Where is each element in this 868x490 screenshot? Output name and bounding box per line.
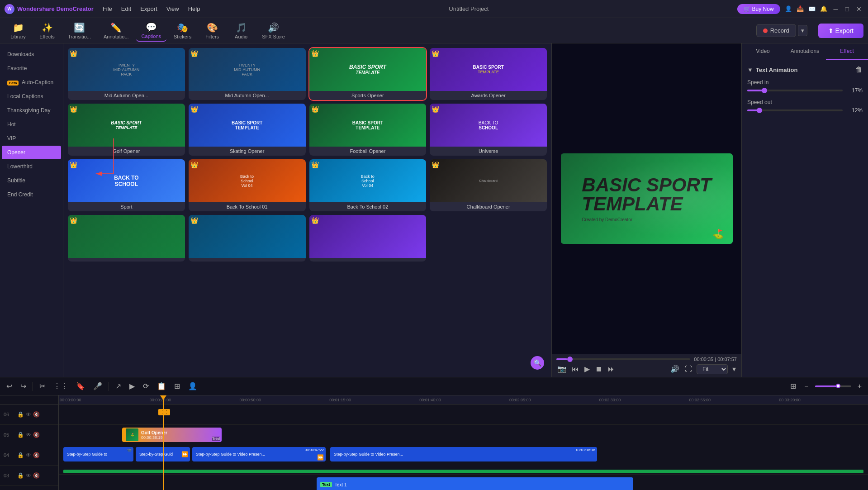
audio-button-03[interactable]: 🔇 [33, 472, 40, 479]
template-more2[interactable]: 👑 [189, 215, 306, 262]
menu-edit[interactable]: Edit [121, 5, 131, 12]
audio-button-06[interactable]: 🔇 [33, 411, 40, 418]
mail-icon[interactable]: ✉️ [808, 5, 816, 12]
category-vip[interactable]: VIP [2, 132, 61, 145]
category-opener[interactable]: Opener [2, 146, 61, 159]
loop-button[interactable]: ⟳ [141, 381, 151, 391]
menu-export[interactable]: Export [140, 5, 157, 12]
template-more3[interactable]: 👑 [309, 215, 427, 262]
record-dropdown-button[interactable]: ▾ [798, 25, 807, 36]
split-button[interactable]: ⋮⋮ [52, 381, 70, 391]
template-back2[interactable]: 👑 Back toSchoolVol 04 Back To School 02 [309, 159, 427, 211]
category-auto-caption[interactable]: Beta Auto-Caption [2, 76, 61, 89]
user-button[interactable]: 👤 [186, 381, 199, 391]
template-universe[interactable]: 👑 BACK TOSCHOOL Universe [430, 104, 547, 156]
maximize-button[interactable]: □ [844, 5, 851, 13]
toolbar-effects[interactable]: ✨ Effects [33, 20, 61, 41]
toolbar-stickers[interactable]: 🎭 Stickers [168, 20, 197, 41]
pointer-button[interactable]: ↗ [114, 381, 123, 391]
lock-button-03[interactable]: 🔒 [17, 472, 24, 479]
eye-button-04[interactable]: 👁 [26, 452, 31, 458]
fullscreen-button[interactable]: ⛶ [684, 364, 693, 374]
redo-button[interactable]: ↪ [19, 381, 28, 391]
collapse-arrow[interactable]: ▼ [747, 67, 753, 73]
template-mid-autumn-1[interactable]: 👑 TWENTYMID-AUTUMNPACK Mid Autumn Open..… [68, 48, 185, 100]
bookmark-button[interactable]: 🔖 [74, 381, 87, 391]
speed-in-slider[interactable] [747, 90, 843, 91]
play-range-button[interactable]: ▶ [128, 381, 137, 391]
clip-video-2[interactable]: Step-by-Step Guid ⏩ [136, 447, 190, 461]
screenshot-button[interactable]: 📷 [556, 364, 567, 374]
zoom-out-button[interactable]: − [802, 381, 810, 391]
clip-button[interactable]: 📋 [155, 381, 168, 391]
delete-button[interactable]: 🗑 [855, 66, 863, 74]
template-sports[interactable]: 👑 BASIC SPORT TEMPLATE Sports Opener [309, 48, 427, 100]
search-button[interactable]: 🔍 [531, 356, 544, 370]
category-subtitle[interactable]: Subtitle [2, 174, 61, 187]
template-sport[interactable]: 👑 BACK TOSCHOOL Sport [68, 159, 185, 211]
template-golf[interactable]: 👑 BASIC SPORT TEMPLATE Golf Opener [68, 104, 185, 156]
category-end-credit[interactable]: End Credit [2, 188, 61, 201]
toolbar-annotations[interactable]: ✏️ Annotatio... [98, 20, 134, 41]
record-button[interactable]: Record [756, 24, 796, 37]
skip-back-button[interactable]: ⏮ [571, 364, 580, 374]
clip-video-1[interactable]: Step-by-Step Guide to 📹 [63, 447, 133, 461]
microphone-button[interactable]: 🎤 [91, 381, 104, 391]
clip-video-3[interactable]: Step-by-Step Guide to Video Presen... 00… [192, 447, 326, 461]
buy-now-button[interactable]: 🛒 Buy Now [737, 4, 780, 14]
user-icon[interactable]: 👤 [785, 5, 792, 12]
cut-button[interactable]: ✂ [38, 381, 47, 391]
stop-button[interactable]: ⏹ [594, 364, 603, 374]
eye-button-05[interactable]: 👁 [26, 432, 31, 438]
template-more1[interactable]: 👑 [68, 215, 185, 262]
category-local-captions[interactable]: Local Captions [2, 90, 61, 103]
zoom-slider[interactable] [815, 385, 851, 387]
template-football[interactable]: 👑 BASIC SPORTTEMPLATE Football Opener [309, 104, 427, 156]
toolbar-captions[interactable]: 💬 Captions [136, 20, 166, 42]
toolbar-library[interactable]: 📁 Library [5, 20, 32, 41]
clip-video-4[interactable]: Step-by-Step Guide to Video Presen... 01… [330, 447, 597, 461]
fit-dropdown[interactable]: Fit 100% 75% 50% [697, 364, 728, 374]
audio-button-04[interactable]: 🔇 [33, 452, 40, 458]
lock-button-05[interactable]: 🔒 [17, 432, 24, 438]
audio-button-05[interactable]: 🔇 [33, 432, 40, 438]
menu-file[interactable]: File [103, 5, 112, 12]
template-skating[interactable]: 👑 BASIC SPORTTEMPLATE Skating Opener [189, 104, 306, 156]
notification-icon[interactable]: 🔔 [820, 5, 827, 12]
template-back1[interactable]: 👑 Back toSchoolVol 04 Back To School 01 [189, 159, 306, 211]
tab-effect[interactable]: Effect [826, 43, 868, 60]
category-hot[interactable]: Hot [2, 118, 61, 131]
toolbar-audio[interactable]: 🎵 Audio [228, 20, 255, 41]
toolbar-sfx[interactable]: 🔊 SFX Store [256, 20, 290, 41]
menu-view[interactable]: View [166, 5, 179, 12]
category-thanksgiving[interactable]: Thanksgiving Day [2, 104, 61, 117]
template-chalkboard[interactable]: 👑 Chalkboard Chalkboard Opener [430, 159, 547, 211]
lock-button-04[interactable]: 🔒 [17, 452, 24, 458]
close-button[interactable]: ✕ [854, 5, 863, 13]
lock-button-06[interactable]: 🔒 [17, 411, 24, 418]
progress-bar[interactable] [556, 358, 690, 360]
category-lowerthird[interactable]: Lowerthird [2, 160, 61, 173]
minimize-button[interactable]: ─ [832, 5, 840, 13]
toolbar-filters[interactable]: 🎨 Filters [199, 20, 226, 41]
clip-text-1[interactable]: Text Text 1 [317, 477, 633, 490]
undo-button[interactable]: ↩ [5, 381, 14, 391]
tab-annotations[interactable]: Annotations [784, 43, 826, 60]
crop-button[interactable]: ⊞ [172, 381, 182, 391]
toolbar-transitions[interactable]: 🔄 Transitio... [62, 20, 96, 41]
skip-forward-button[interactable]: ⏭ [607, 364, 616, 374]
eye-button-03[interactable]: 👁 [26, 472, 31, 479]
category-downloads[interactable]: Downloads [2, 48, 61, 61]
speed-out-slider[interactable] [747, 109, 843, 111]
eye-button-06[interactable]: 👁 [26, 411, 31, 418]
template-mid-autumn-2[interactable]: 👑 TWENTYMID-AUTUMNPACK Mid Autumn Open..… [189, 48, 306, 100]
clip-golf-opener[interactable]: ⛳ Golf Opener 00:00:38:19 Trial [122, 428, 222, 442]
menu-help[interactable]: Help [188, 5, 200, 12]
download-icon[interactable]: 📥 [797, 5, 804, 12]
zoom-in-button[interactable]: + [856, 381, 863, 391]
chevron-down-icon[interactable]: ▾ [731, 364, 737, 374]
category-favorite[interactable]: Favorite [2, 62, 61, 75]
export-button[interactable]: ⬆ Export [818, 24, 863, 38]
volume-button[interactable]: 🔊 [669, 364, 680, 374]
template-awards[interactable]: 👑 BASIC SPORT TEMPLATE Awards Opener [430, 48, 547, 100]
